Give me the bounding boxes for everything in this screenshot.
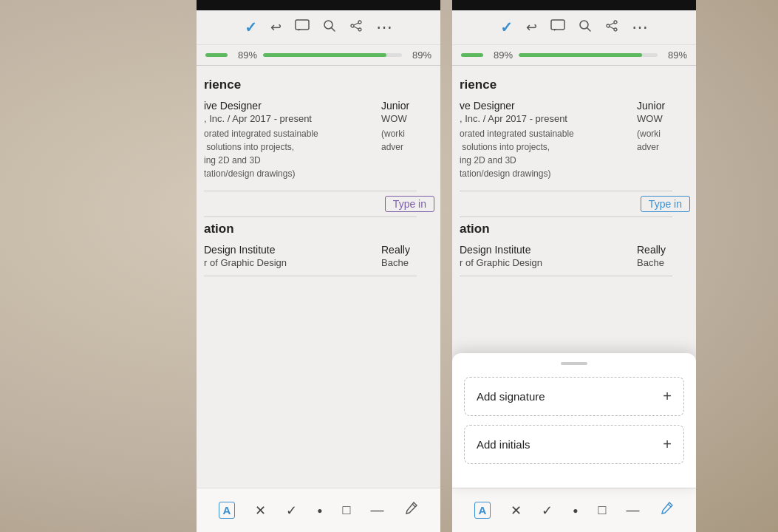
- svg-point-4: [358, 28, 361, 31]
- right-edu-heading: ation: [460, 222, 696, 236]
- left-progress-label: 89%: [233, 50, 257, 61]
- svg-point-12: [614, 28, 617, 31]
- left-btm-cross-icon[interactable]: ✕: [255, 502, 266, 519]
- right-divider-bottom: [460, 276, 672, 276]
- left-progress-label2: 89%: [408, 50, 431, 61]
- right-job-desc: orated integrated sustainable solutions …: [460, 127, 629, 180]
- right-progress-area: 89% 89%: [452, 45, 696, 65]
- right-type-in-area: Type in: [460, 196, 696, 212]
- left-job-title: ive Designer: [204, 100, 374, 112]
- right-sheet-overlay: Add signature + Add initials +: [452, 353, 696, 488]
- left-search-icon[interactable]: [323, 19, 336, 36]
- right-job-left: ve Designer , Inc. / Apr 2017 - present …: [460, 100, 629, 186]
- right-btm-rect-icon[interactable]: □: [598, 502, 607, 518]
- right-phone: ✓ ↩: [452, 0, 696, 532]
- left-btm-dot-icon[interactable]: ●: [317, 505, 322, 516]
- left-bottom-toolbar: A ✕ ✓ ● □ —: [197, 488, 440, 532]
- left-job-left: ive Designer , Inc. / Apr 2017 - present…: [204, 100, 374, 186]
- right-edu-right: Really Bache: [637, 244, 696, 271]
- add-initials-btn[interactable]: Add initials +: [464, 425, 684, 464]
- right-job-right: Junior WOW (workiadver: [637, 100, 696, 186]
- left-btm-minus-icon[interactable]: —: [370, 502, 383, 518]
- right-progress-label: 89%: [489, 50, 513, 61]
- left-type-in-btn[interactable]: Type in: [385, 196, 434, 212]
- left-comment-icon[interactable]: [295, 19, 310, 36]
- right-divider-edu: [460, 216, 672, 217]
- left-edu-heading: ation: [204, 222, 440, 236]
- add-signature-btn[interactable]: Add signature +: [464, 377, 684, 416]
- left-section-heading: rience: [204, 78, 440, 92]
- svg-rect-0: [296, 20, 309, 30]
- left-job-desc-r: (workiadver: [381, 127, 440, 154]
- right-edu-left: Design Institute r of Graphic Design: [460, 244, 629, 271]
- right-progress-mini: [461, 53, 483, 57]
- right-more-icon[interactable]: ⋯: [632, 18, 648, 37]
- left-progress-fill: [263, 53, 386, 57]
- left-toolbar: ✓ ↩: [197, 10, 440, 45]
- add-initials-plus-icon: +: [663, 436, 672, 453]
- right-check-icon[interactable]: ✓: [500, 18, 513, 36]
- left-type-in-area: Type in: [204, 196, 440, 212]
- left-btm-rect-icon[interactable]: □: [343, 502, 351, 518]
- left-school-name: Design Institute: [204, 244, 374, 256]
- right-search-icon[interactable]: [579, 19, 592, 36]
- right-undo-icon[interactable]: ↩: [526, 19, 537, 35]
- left-undo-icon[interactable]: ↩: [270, 19, 281, 35]
- right-job-title-r: Junior: [637, 100, 696, 112]
- left-progress-bar: [263, 53, 402, 57]
- left-more-icon[interactable]: ⋯: [376, 18, 393, 37]
- left-divider-top: [197, 65, 440, 66]
- right-btm-text-icon[interactable]: A: [474, 502, 491, 519]
- right-job-sub: , Inc. / Apr 2017 - present: [460, 113, 629, 124]
- right-progress-bar: [519, 53, 658, 57]
- add-initials-label: Add initials: [477, 438, 530, 451]
- left-divider-edu: [204, 216, 417, 217]
- svg-point-5: [351, 24, 354, 27]
- left-btm-check-icon[interactable]: ✓: [286, 502, 297, 519]
- right-share-icon[interactable]: [605, 19, 618, 36]
- right-btm-dot-icon[interactable]: ●: [573, 505, 578, 516]
- left-school-r1: Really: [381, 244, 440, 256]
- right-btm-check-icon[interactable]: ✓: [542, 502, 553, 519]
- sheet-handle: [561, 362, 587, 365]
- svg-line-10: [587, 27, 591, 31]
- right-toolbar: ✓ ↩: [452, 10, 696, 45]
- right-btm-cross-icon[interactable]: ✕: [511, 502, 522, 519]
- right-divider-top: [452, 65, 696, 66]
- left-top-bar: [197, 0, 440, 10]
- right-btm-pen-icon[interactable]: [659, 501, 674, 519]
- left-progress-mini: [205, 53, 228, 57]
- left-btm-text-icon[interactable]: A: [219, 502, 236, 519]
- right-bottom-toolbar: A ✕ ✓ ● □ —: [452, 488, 696, 532]
- right-divider-mid: [460, 191, 672, 191]
- left-school-r2: Bache: [381, 257, 440, 268]
- left-share-icon[interactable]: [349, 19, 363, 36]
- left-btm-pen-icon[interactable]: [403, 501, 418, 519]
- phones-wrapper: ✓ ↩: [0, 0, 778, 532]
- right-job-title: ve Designer: [460, 100, 629, 112]
- right-school-r2: Bache: [637, 257, 696, 268]
- right-school-r1: Really: [637, 244, 696, 256]
- left-edu-row: Design Institute r of Graphic Design Rea…: [204, 244, 440, 271]
- right-btm-minus-icon[interactable]: —: [626, 502, 639, 518]
- right-comment-icon[interactable]: [550, 19, 565, 36]
- right-job-desc-r: (workiadver: [637, 127, 696, 154]
- svg-point-11: [614, 21, 617, 24]
- left-edu-left: Design Institute r of Graphic Design: [204, 244, 374, 271]
- left-job-row: ive Designer , Inc. / Apr 2017 - present…: [204, 100, 440, 186]
- svg-line-7: [354, 27, 358, 29]
- right-job-sub-r: WOW: [637, 113, 696, 124]
- left-job-right: Junior WOW (workiadver: [381, 100, 440, 186]
- right-progress-fill: [519, 53, 642, 57]
- right-top-bar: [452, 0, 696, 10]
- svg-rect-8: [551, 20, 564, 30]
- svg-line-2: [331, 27, 335, 31]
- svg-line-15: [610, 27, 614, 29]
- left-divider-mid: [204, 191, 417, 191]
- left-job-desc: orated integrated sustainable solutions …: [204, 127, 374, 180]
- left-check-icon[interactable]: ✓: [245, 18, 257, 36]
- add-signature-plus-icon: +: [663, 388, 672, 405]
- right-type-in-btn[interactable]: Type in: [641, 196, 690, 212]
- right-section-heading: rience: [460, 78, 696, 92]
- svg-point-13: [607, 24, 610, 27]
